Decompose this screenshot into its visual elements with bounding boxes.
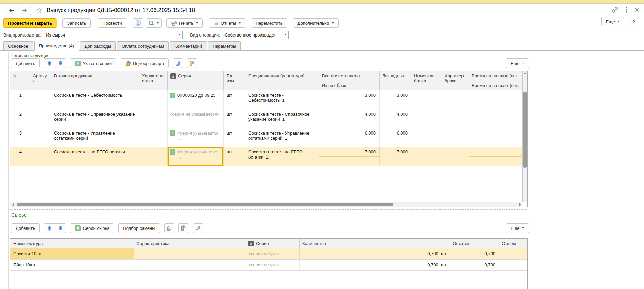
cell-series[interactable]: <серия не указ... [245, 248, 300, 259]
forward-button[interactable] [18, 6, 31, 15]
cell-defect-nomenclature[interactable] [411, 147, 442, 166]
move-button[interactable]: Переместить [251, 18, 287, 28]
cell-nomenclature-current[interactable]: Сосиски 10шт [10, 248, 134, 259]
cell-liquid[interactable]: 7,000 [380, 147, 411, 166]
cell-series[interactable]: <серия не указывается> [168, 109, 224, 128]
move-row-down-button[interactable] [55, 59, 66, 68]
cell-defect-character[interactable] [442, 90, 469, 109]
col-unit[interactable]: Ед. изм. [224, 71, 245, 90]
cell-time[interactable] [469, 109, 522, 128]
materials-link[interactable]: Сырье [11, 212, 27, 218]
col-spec[interactable]: Спецификация (рецептура) [245, 71, 319, 90]
cell-liquid[interactable]: 4,000 [380, 109, 411, 128]
cell-quantity[interactable]: 0,700, шт [300, 248, 450, 259]
cell-characteristic[interactable] [134, 260, 246, 270]
col-nomenclature[interactable]: Номенклатура [10, 239, 134, 248]
tab-oplata-sotrudnikam[interactable]: Оплата сотрудникам [117, 41, 169, 50]
vertical-scroll-thumb[interactable] [523, 92, 527, 168]
scroll-right-icon[interactable] [519, 203, 521, 206]
back-button[interactable] [5, 6, 18, 15]
cell-article[interactable] [30, 147, 51, 166]
cell-product[interactable]: Сосиска в тесте - Справочное указание се… [51, 109, 139, 128]
col-characteristic[interactable]: Характеристика [139, 71, 168, 90]
cell-spec[interactable]: Сосиска в тесте - Себестоимость 1 [245, 90, 319, 109]
cell-defect-nomenclature[interactable] [411, 128, 442, 147]
cell-nomenclature[interactable]: Яйца 10шт [10, 260, 134, 270]
section-splitter[interactable] [10, 209, 527, 210]
products-add-button[interactable]: Добавить [11, 58, 40, 68]
window-menu-icon[interactable] [625, 7, 627, 14]
col-product[interactable]: Готовая продукция [51, 71, 139, 90]
cell-product[interactable]: Сосиска в тесте - Себестоимость [51, 90, 139, 109]
materials-add-button[interactable]: Добавить [11, 223, 40, 233]
production-type-dropdown[interactable] [176, 31, 182, 39]
cell-liquid[interactable]: 3,000 [380, 90, 411, 109]
cell-spec[interactable]: Сосиска в тесте - Управление остатками с… [245, 128, 319, 147]
cell-series-focused[interactable]: # <серия указывается ... [168, 147, 224, 166]
tab-osnovnoe[interactable]: Основное [3, 41, 33, 50]
scroll-up-icon[interactable] [524, 73, 527, 74]
write-button[interactable]: Записать [62, 18, 91, 28]
close-icon[interactable] [634, 7, 639, 14]
products-copy-button[interactable] [173, 58, 183, 68]
scroll-left-icon[interactable] [12, 203, 14, 206]
cell-rest[interactable]: 0,700 [450, 260, 499, 270]
cell-spec[interactable]: Сосиска в тесте - Справочное указание се… [245, 109, 319, 128]
cell-volume[interactable] [499, 260, 527, 270]
col-liquid[interactable]: Ликвидных [380, 71, 411, 90]
cell-quantity[interactable]: 0,700, шт [300, 260, 450, 270]
cell-unit[interactable]: шт [224, 90, 245, 109]
cell-n[interactable]: 2 [10, 109, 30, 128]
operation-type-dropdown[interactable] [282, 31, 288, 39]
col-volume[interactable]: Объем [499, 239, 527, 248]
print-button[interactable]: Печать [166, 18, 203, 28]
materials-paste-button[interactable] [178, 223, 189, 233]
cell-unit[interactable]: шт [224, 109, 245, 128]
pick-goods-button[interactable]: Подбор товара [121, 58, 169, 68]
favorite-star-icon[interactable] [36, 7, 43, 14]
document-structure-button[interactable] [133, 18, 143, 28]
cell-spec[interactable]: Сосиска в тесте - по FEFO остатки 1 [245, 147, 319, 166]
col-series[interactable]: # Серия [168, 71, 224, 90]
cell-product[interactable]: Сосиска в тесте - по FEFO остатки [51, 147, 139, 166]
cell-characteristic[interactable] [139, 109, 168, 128]
cell-rest[interactable]: 0,700 [450, 248, 499, 259]
get-link-icon[interactable] [611, 6, 619, 15]
post-and-close-button[interactable]: Провести и закрыть [3, 18, 57, 28]
material-series-button[interactable]: # Серии сырья [70, 223, 114, 233]
cell-time[interactable] [469, 147, 522, 166]
cell-volume[interactable] [499, 248, 527, 259]
col-characteristic[interactable]: Характеристика [134, 239, 246, 248]
cell-unit[interactable]: шт [224, 147, 245, 166]
cell-unit[interactable]: шт [224, 128, 245, 147]
tab-kommentariy[interactable]: Комментарий [170, 41, 207, 50]
cell-product[interactable]: Сосиска в тесте - Управление остатками с… [51, 128, 139, 147]
post-button[interactable]: Провести [98, 18, 127, 28]
col-quantity[interactable]: Количество [300, 239, 450, 248]
col-defect-nomenclature[interactable]: Номенкла брака [411, 71, 442, 90]
cell-defect-character[interactable] [442, 147, 469, 166]
tab-parametry[interactable]: Параметры [208, 41, 241, 50]
pick-replacement-button[interactable]: Подбор замены [118, 223, 160, 233]
cell-defect-nomenclature[interactable] [411, 109, 442, 128]
col-rest[interactable]: Остаток [450, 239, 499, 248]
cell-characteristic[interactable] [139, 90, 168, 109]
cell-article[interactable] [30, 109, 51, 128]
cell-total[interactable]: 6,000 [319, 128, 380, 147]
cell-time[interactable] [469, 90, 522, 109]
cell-total[interactable]: 7,000 [319, 147, 380, 166]
table-row[interactable]: 2 Сосиска в тесте - Справочное указание … [10, 109, 522, 128]
tab-proizvodstvo[interactable]: Производство (4) [34, 41, 79, 51]
cell-time[interactable] [469, 128, 522, 147]
cell-series[interactable]: <серия не указ... [245, 260, 300, 270]
col-defect-character[interactable]: Характер брака [442, 71, 469, 90]
create-based-on-button[interactable] [146, 18, 162, 28]
cell-n[interactable]: 3 [10, 128, 30, 147]
table-row[interactable]: 1 Сосиска в тесте - Себестоимость # 0000… [10, 90, 522, 109]
cell-defect-character[interactable] [442, 128, 469, 147]
cell-characteristic[interactable] [139, 128, 168, 147]
table-row-selected[interactable]: 4 Сосиска в тесте - по FEFO остатки # <с… [10, 147, 522, 166]
cell-liquid[interactable]: 6,000 [380, 128, 411, 147]
form-more-button[interactable]: Еще [601, 17, 624, 26]
move-row-down-button[interactable] [55, 224, 66, 233]
